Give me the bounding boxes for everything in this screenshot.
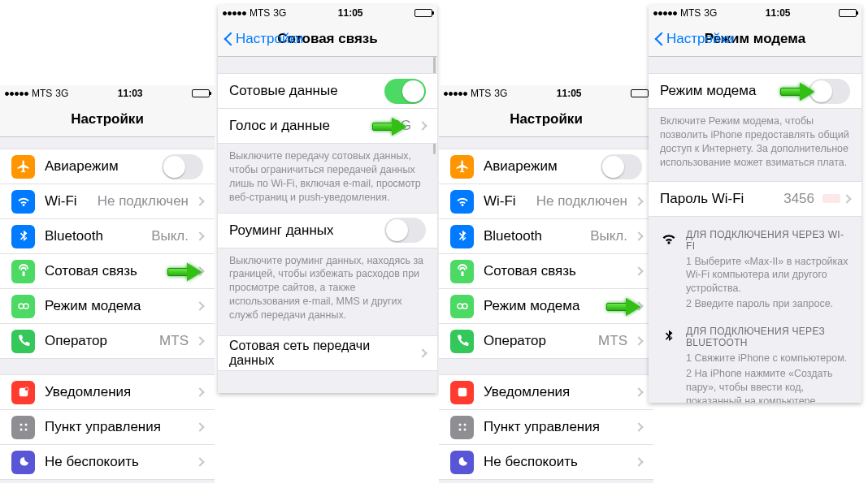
notifications-icon xyxy=(450,381,474,404)
row-label: Не беспокоить xyxy=(45,454,193,470)
row-wifi[interactable]: Wi-Fi Не подключен xyxy=(0,184,215,219)
row-control-center[interactable]: Пункт управления xyxy=(439,409,653,445)
row-label: Пункт управления xyxy=(45,419,193,435)
cellular-icon xyxy=(11,260,35,283)
chevron-icon xyxy=(195,196,204,205)
instr-line: 1 Свяжите iPhone с компьютером. xyxy=(686,348,850,365)
dnd-icon xyxy=(450,451,474,474)
svg-point-1 xyxy=(24,304,28,309)
row-voice-data[interactable]: Голос и данные 3G xyxy=(218,108,437,144)
note-hotspot: Включите Режим модема, чтобы позволить i… xyxy=(649,108,861,173)
chevron-left-icon xyxy=(653,31,663,47)
svg-point-14 xyxy=(463,429,466,431)
wifi-icon xyxy=(660,231,678,312)
row-value: Не подключен xyxy=(98,193,189,209)
row-hotspot[interactable]: Режим модема xyxy=(0,288,215,324)
airplane-toggle[interactable] xyxy=(162,154,203,179)
hotspot-icon xyxy=(11,295,35,318)
status-bar: MTS 3G 11:05 xyxy=(649,5,861,21)
row-hotspot[interactable]: Режим модема xyxy=(439,288,653,324)
note-roaming: Выключите роуминг данных, находясь за гр… xyxy=(218,248,437,326)
airplane-icon xyxy=(11,155,35,179)
chevron-icon xyxy=(634,336,643,345)
row-cellular-data[interactable]: Сотовые данные xyxy=(218,73,437,109)
status-bar: MTS 3G 11:05 xyxy=(439,85,653,101)
phone-icon xyxy=(450,330,474,353)
battery-icon xyxy=(839,9,857,17)
chevron-icon xyxy=(634,196,643,205)
row-cellular[interactable]: Сотовая связь xyxy=(0,253,215,289)
row-label: Оператор xyxy=(45,333,159,349)
row-dnd[interactable]: Не беспокоить xyxy=(439,444,653,480)
row-bluetooth[interactable]: Bluetooth Выкл. xyxy=(439,218,653,254)
chevron-icon xyxy=(634,266,643,275)
status-bar: MTS 3G 11:03 xyxy=(0,85,215,101)
chevron-left-icon xyxy=(223,31,232,47)
chevron-icon xyxy=(195,457,204,466)
row-roaming[interactable]: Роуминг данных xyxy=(218,213,437,248)
chevron-icon xyxy=(634,422,643,431)
instr-line: 2 На iPhone нажмите «Создать пару», чтоб… xyxy=(686,365,850,403)
chevron-icon xyxy=(195,231,204,240)
row-carrier[interactable]: Оператор MTS xyxy=(0,323,215,359)
nav-header: Настройки Режим модема xyxy=(649,21,861,57)
back-button[interactable]: Настройки xyxy=(223,31,303,47)
back-button[interactable]: Настройки xyxy=(653,31,734,47)
bluetooth-icon xyxy=(11,225,35,248)
instr-title: ДЛЯ ПОДКЛЮЧЕНИЯ ЧЕРЕЗ WI-FI xyxy=(686,229,850,252)
row-carrier[interactable]: Оператор MTS xyxy=(439,323,653,359)
row-wifi[interactable]: Wi-Fi Не подключен xyxy=(439,184,653,219)
row-airplane[interactable]: Авиарежим xyxy=(439,149,653,184)
row-label: Режим модема xyxy=(45,298,193,314)
nav-title: Настройки xyxy=(71,111,144,127)
airplane-toggle[interactable] xyxy=(601,154,642,179)
phone-icon xyxy=(11,330,35,353)
signal-dots xyxy=(5,92,28,96)
row-bluetooth[interactable]: Bluetooth Выкл. xyxy=(0,218,215,254)
instr-line: 2 Введите пароль при запросе. xyxy=(686,296,850,311)
wifi-icon xyxy=(11,190,35,214)
svg-point-3 xyxy=(24,387,28,391)
row-cellular[interactable]: Сотовая связь xyxy=(439,253,653,289)
chevron-icon xyxy=(195,422,204,431)
chevron-icon xyxy=(634,231,643,240)
chevron-icon xyxy=(634,457,643,466)
bluetooth-icon xyxy=(450,225,474,248)
svg-point-8 xyxy=(458,304,462,309)
roaming-toggle[interactable] xyxy=(384,218,426,243)
row-notifications[interactable]: Уведомления xyxy=(0,374,215,410)
row-control-center[interactable]: Пункт управления xyxy=(0,409,215,445)
row-hotspot-toggle[interactable]: Режим модема xyxy=(649,73,861,109)
chevron-icon xyxy=(195,301,204,310)
row-wifi-password[interactable]: Пароль Wi-Fi 3456 xyxy=(649,181,861,217)
hidden-chars xyxy=(822,194,840,203)
svg-point-11 xyxy=(458,424,461,426)
nav-header: Настройки xyxy=(0,101,215,137)
chevron-icon xyxy=(195,336,204,345)
dnd-icon xyxy=(11,451,35,474)
network-label: 3G xyxy=(55,88,68,99)
row-apn[interactable]: Сотовая сеть передачи данных xyxy=(218,335,437,371)
svg-point-12 xyxy=(463,424,466,426)
cellular-data-toggle[interactable] xyxy=(384,79,426,104)
row-dnd[interactable]: Не беспокоить xyxy=(0,444,215,480)
nav-header: Настройки Сотовая связь xyxy=(218,21,437,57)
chevron-icon xyxy=(418,348,427,357)
back-label: Настройки xyxy=(236,31,303,47)
battery-icon xyxy=(192,89,210,97)
hotspot-toggle[interactable] xyxy=(809,79,850,104)
chevron-icon xyxy=(634,301,643,310)
chevron-icon xyxy=(418,121,427,130)
battery-icon xyxy=(631,89,649,97)
hotspot-icon xyxy=(450,295,474,318)
airplane-icon xyxy=(450,155,474,179)
cellular-icon xyxy=(450,260,474,283)
row-label: Сотовая связь xyxy=(45,263,193,279)
control-icon xyxy=(11,416,35,439)
svg-point-6 xyxy=(20,429,22,431)
nav-header: Настройки xyxy=(439,101,653,137)
row-notifications[interactable]: Уведомления xyxy=(439,374,653,410)
svg-point-13 xyxy=(458,429,461,431)
row-airplane[interactable]: Авиарежим xyxy=(0,149,215,184)
chevron-icon xyxy=(195,387,204,396)
